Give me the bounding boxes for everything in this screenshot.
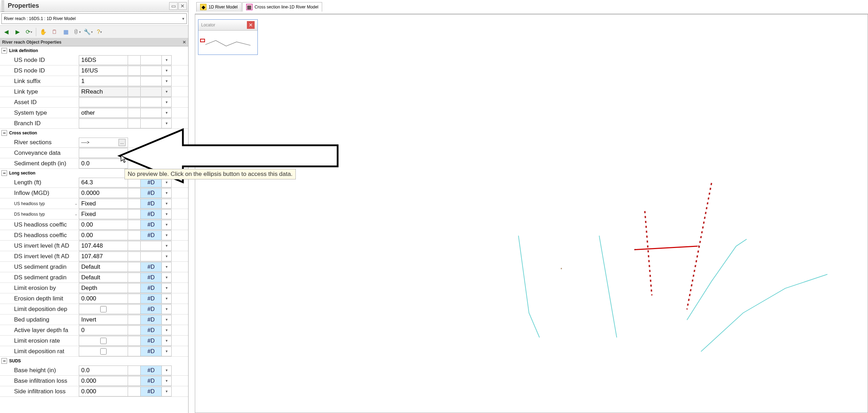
us-invert-input[interactable]: 107.448 <box>79 241 128 251</box>
object-selector[interactable]: River reach : 16DS.1 : 1D River Model ▾ <box>1 13 187 24</box>
flag-cell: #D <box>141 376 162 386</box>
ds-invert-input[interactable]: 107.487 <box>79 252 128 261</box>
map-canvas[interactable]: Locator ✕ * * * <box>195 14 868 413</box>
flag-dropdown[interactable]: ▾ <box>162 315 172 325</box>
flag-dropdown[interactable]: ▾ <box>162 119 172 128</box>
flag-dropdown[interactable]: ▾ <box>162 76 172 86</box>
us-sed-grad-input[interactable]: Default <box>79 262 128 272</box>
collapse-icon[interactable]: − <box>1 130 7 136</box>
flag-dropdown[interactable]: ▾ <box>162 199 172 209</box>
ds-headloss-coef-input[interactable]: 0.00 <box>79 230 128 240</box>
limit-dep-rate-check[interactable] <box>79 347 128 356</box>
limit-erosion-by-input[interactable]: Depth <box>79 283 128 293</box>
flag-dropdown[interactable]: ▾ <box>162 283 172 293</box>
maximize-button[interactable]: ▭ <box>169 2 178 10</box>
flag-dropdown[interactable]: ▾ <box>162 294 172 304</box>
side-infil-input[interactable]: 0.000 <box>79 387 128 396</box>
ellipsis-button[interactable]: … <box>119 139 126 146</box>
us-headloss-coef-input[interactable]: 0.00 <box>79 220 128 230</box>
inflow-input[interactable]: 0.0000 <box>79 188 128 198</box>
river-sections-cell[interactable]: ----> … <box>79 138 128 147</box>
group-cross-section[interactable]: − Cross section <box>0 129 188 137</box>
section-close-icon[interactable]: ✕ <box>183 40 186 45</box>
row-us-invert: US invert level (ft AD 107.448 ▾ <box>0 241 188 251</box>
flag-cell: #D <box>141 220 162 230</box>
database-icon[interactable]: 🛢 <box>72 27 82 37</box>
flag-dropdown[interactable]: ▾ <box>162 108 172 118</box>
group-link-definition[interactable]: − Link definition <box>0 46 188 55</box>
flag-cell: #D <box>141 325 162 335</box>
grip-icon[interactable] <box>1 0 4 12</box>
close-button[interactable]: ✕ <box>178 2 187 10</box>
grid-icon[interactable]: ▦ <box>61 27 71 37</box>
flag-dropdown[interactable]: ▾ <box>162 241 172 251</box>
active-layer-depth-input[interactable]: 0 <box>79 325 128 335</box>
flag-dropdown[interactable]: ▾ <box>162 87 172 97</box>
erosion-depth-limit-input[interactable]: 0.000 <box>79 294 128 304</box>
row-system-type: System type other ▾ <box>0 108 188 118</box>
flag-cell: #D <box>141 188 162 198</box>
flag-cell: #D <box>141 336 162 346</box>
us-headloss-type-input[interactable]: Fixed <box>79 199 128 209</box>
flag-cell: #D <box>141 230 162 240</box>
prev-button[interactable]: ◀ <box>1 27 11 37</box>
hand-icon[interactable]: ✋ <box>38 27 48 37</box>
bed-updating-input[interactable]: Invert <box>79 315 128 325</box>
flag-dropdown[interactable]: ▾ <box>162 347 172 356</box>
group-label: Cross section <box>9 131 37 135</box>
flag-dropdown[interactable]: ▾ <box>162 66 172 76</box>
flag-dropdown[interactable]: ▾ <box>162 188 172 198</box>
flag-dropdown[interactable]: ▾ <box>162 325 172 335</box>
notes-icon[interactable]: 🗒 <box>50 27 59 37</box>
next-button[interactable]: ▶ <box>13 27 23 37</box>
link-suffix-input[interactable]: 1 <box>79 76 128 86</box>
properties-scroll[interactable]: − Link definition US node ID 16DS ▾ DS n… <box>0 46 188 411</box>
flag-dropdown[interactable]: ▾ <box>162 252 172 261</box>
svg-line-3 <box>634 246 697 250</box>
limit-dep-depth-check[interactable] <box>79 304 128 314</box>
flag-dropdown[interactable]: ▾ <box>162 97 172 107</box>
flag-dropdown[interactable]: ▾ <box>162 262 172 272</box>
flag-dropdown[interactable]: ▾ <box>162 220 172 230</box>
flag-cell: #D <box>141 347 162 356</box>
branch-id-input[interactable] <box>79 119 128 128</box>
asset-id-input[interactable] <box>79 97 128 107</box>
collapse-icon[interactable]: − <box>1 358 7 364</box>
chevron-down-icon: ⌄ <box>75 202 77 205</box>
tab-1d-river-model[interactable]: ◆ 1D River Model <box>196 2 242 12</box>
length-input[interactable]: 64.3 <box>79 178 128 188</box>
flag-dropdown[interactable]: ▾ <box>162 230 172 240</box>
row-ds-sed-grad: DS sediment gradin Default #D ▾ <box>0 272 188 283</box>
flag-dropdown[interactable]: ▾ <box>162 336 172 346</box>
base-infil-input[interactable]: 0.000 <box>79 376 128 386</box>
collapse-icon[interactable]: − <box>1 48 7 53</box>
ds-sed-grad-input[interactable]: Default <box>79 273 128 282</box>
flag-dropdown[interactable]: ▾ <box>162 376 172 386</box>
system-type-input[interactable]: other <box>79 108 128 118</box>
row-us-sed-grad: US sediment gradin Default #D ▾ <box>0 262 188 272</box>
panel-header: Properties ▭ ✕ <box>0 0 188 12</box>
row-conveyance: Conveyance data <box>0 148 188 158</box>
row-ds-headloss-coef: DS headloss coeffic 0.00 #D ▾ <box>0 230 188 241</box>
flag-dropdown[interactable]: ▾ <box>162 209 172 219</box>
row-river-sections: River sections ----> … <box>0 137 188 148</box>
help-icon[interactable]: ? <box>95 27 104 37</box>
refresh-button[interactable]: ⟳ <box>24 27 34 37</box>
section-icon: ▦ <box>246 4 253 10</box>
ds-headloss-type-input[interactable]: Fixed <box>79 209 128 219</box>
collapse-icon[interactable]: − <box>1 170 7 176</box>
row-us-node-id: US node ID 16DS ▾ <box>0 55 188 65</box>
base-height-input[interactable]: 0.0 <box>79 366 128 375</box>
tab-cross-section-line[interactable]: ▦ Cross section line-1D River Model <box>242 2 322 12</box>
flag-dropdown[interactable]: ▾ <box>162 55 172 65</box>
link-type-input[interactable]: RReach <box>79 87 128 97</box>
tool-icon[interactable]: 🔧 <box>83 27 93 37</box>
flag-dropdown[interactable]: ▾ <box>162 304 172 314</box>
group-suds[interactable]: − SUDS <box>0 357 188 365</box>
flag-dropdown[interactable]: ▾ <box>162 273 172 282</box>
us-node-id-input[interactable]: 16DS <box>79 55 128 65</box>
ds-node-id-input[interactable]: 16!US <box>79 66 128 76</box>
flag-dropdown[interactable]: ▾ <box>162 366 172 375</box>
limit-erosion-rate-check[interactable] <box>79 336 128 346</box>
flag-dropdown[interactable]: ▾ <box>162 387 172 396</box>
